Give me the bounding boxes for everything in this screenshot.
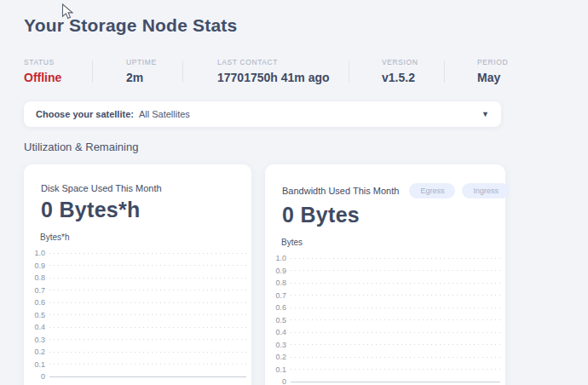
gridline <box>291 344 500 345</box>
chart-tick-row: 0.9 <box>272 265 500 278</box>
satellite-selector-value: All Satellites <box>139 109 190 119</box>
status-cell-status: STATUS Offline <box>0 58 92 85</box>
satellite-selector-dropdown[interactable]: Choose your satellite: All Satellites ▼ <box>24 101 501 127</box>
disk-y-axis-label: Bytes*h <box>40 233 251 242</box>
page-title: Your Storage Node Stats <box>24 15 588 36</box>
gridline <box>291 270 500 271</box>
disk-card-title: Disk Space Used This Month <box>41 183 162 193</box>
chart-tick-row: 0.6 <box>272 302 500 314</box>
bandwidth-y-axis-label: Bytes <box>281 238 505 247</box>
gridline <box>291 307 500 308</box>
chart-tick-row: 0.1 <box>31 359 246 371</box>
chart-tick-row: 0.5 <box>272 314 500 327</box>
gridline <box>291 258 500 259</box>
section-heading-utilization: Utilization & Remaining <box>24 141 588 153</box>
status-cell-period: PERIOD May <box>444 58 588 85</box>
gridline <box>291 319 500 320</box>
chart-tick-row: 0.8 <box>31 272 246 284</box>
y-tick-label: 0.6 <box>31 298 45 307</box>
y-tick-label: 0.2 <box>31 348 45 356</box>
y-tick-label: 1.0 <box>272 254 286 262</box>
y-tick-label: 0.1 <box>31 360 45 369</box>
mouse-cursor-icon <box>61 3 73 20</box>
disk-total-value: 0 Bytes*h <box>41 198 251 222</box>
status-bar: STATUS Offline UPTIME 2m LAST CONTACT 17… <box>0 58 588 85</box>
chart-tick-row: 0.2 <box>272 351 500 364</box>
gridline <box>49 352 246 353</box>
status-label: STATUS <box>24 58 92 66</box>
gridline <box>49 314 246 315</box>
y-tick-label: 0.1 <box>272 365 286 374</box>
chart-tick-row: 0.4 <box>272 326 500 339</box>
gridline <box>49 278 246 279</box>
y-tick-label: 0.4 <box>31 323 45 331</box>
bandwidth-card-badges: EgressIngress <box>409 183 510 198</box>
chart-tick-row: 0.4 <box>31 321 246 334</box>
y-tick-label: 0.6 <box>272 303 286 312</box>
gridline <box>49 364 246 365</box>
bandwidth-card: Bandwidth Used This Month EgressIngress … <box>265 164 505 385</box>
y-tick-label: 0.4 <box>272 328 286 336</box>
gridline <box>291 295 500 296</box>
satellite-selector-label: Choose your satellite: <box>36 109 134 119</box>
bandwidth-card-title: Bandwidth Used This Month <box>282 186 399 196</box>
y-tick-label: 0.8 <box>272 279 286 287</box>
chart-tick-row: 0.3 <box>31 334 246 347</box>
period-value: May <box>477 71 588 84</box>
y-tick-label: 0.9 <box>31 261 45 270</box>
chart-tick-row: 1.0 <box>31 247 246 260</box>
y-tick-label: 0.3 <box>272 341 286 349</box>
chevron-down-icon: ▼ <box>481 111 489 118</box>
y-tick-label: 0.7 <box>272 291 286 300</box>
y-tick-label: 1.0 <box>31 249 45 257</box>
chart-tick-row: 0.6 <box>31 296 246 309</box>
y-tick-label: 0.7 <box>31 286 45 295</box>
disk-chart: 1.00.90.80.70.60.50.40.30.20.10 MAY 1MAY… <box>31 247 246 385</box>
chart-grid: 1.00.90.80.70.60.50.40.30.20.10 <box>31 247 246 383</box>
gridline <box>49 339 246 340</box>
chart-tick-row: 0 <box>272 376 500 385</box>
uptime-value: 2m <box>126 71 182 84</box>
status-cell-version: VERSION v1.5.2 <box>349 58 444 85</box>
egress-filter-badge[interactable]: Egress <box>409 183 455 198</box>
chart-tick-row: 0.8 <box>272 277 500 290</box>
gridline <box>49 376 246 377</box>
y-tick-label: 0 <box>272 377 286 385</box>
gridline <box>49 290 246 290</box>
status-cell-last-contact: LAST CONTACT 17701750h 41m ago <box>182 58 349 85</box>
chart-tick-row: 0.9 <box>31 260 246 273</box>
y-tick-label: 0.8 <box>31 273 45 282</box>
bandwidth-chart: 1.00.90.80.70.60.50.40.30.20.10 MAY 1MAY… <box>272 252 500 385</box>
chart-tick-row: 0.3 <box>272 339 500 352</box>
gridline <box>49 265 246 266</box>
disk-space-card: Disk Space Used This Month 0 Bytes*h Byt… <box>24 164 251 385</box>
last-contact-label: LAST CONTACT <box>217 58 349 66</box>
version-label: VERSION <box>382 58 444 66</box>
chart-grid: 1.00.90.80.70.60.50.40.30.20.10 <box>272 252 500 385</box>
gridline <box>49 253 246 254</box>
y-tick-label: 0.2 <box>272 353 286 361</box>
chart-tick-row: 0.5 <box>31 309 246 322</box>
bandwidth-card-header: Bandwidth Used This Month EgressIngress <box>282 183 492 198</box>
last-contact-value: 17701750h 41m ago <box>217 71 349 84</box>
chart-tick-row: 0 <box>31 371 246 383</box>
chart-tick-row: 1.0 <box>272 252 500 265</box>
uptime-label: UPTIME <box>126 58 182 66</box>
gridline <box>291 332 500 333</box>
ingress-filter-badge[interactable]: Ingress <box>462 183 510 198</box>
version-value: v1.5.2 <box>382 71 444 84</box>
gridline <box>49 302 246 303</box>
bandwidth-total-value: 0 Bytes <box>282 203 505 227</box>
gridline <box>291 357 500 358</box>
period-label: PERIOD <box>477 58 588 66</box>
y-tick-label: 0.9 <box>272 267 286 275</box>
chart-tick-row: 0.1 <box>272 364 500 376</box>
status-value-offline: Offline <box>24 71 92 84</box>
chart-tick-row: 0.7 <box>272 290 500 302</box>
y-tick-label: 0.5 <box>272 316 286 325</box>
gridline <box>49 327 246 328</box>
y-tick-label: 0 <box>31 372 45 381</box>
y-tick-label: 0.3 <box>31 336 45 344</box>
chart-tick-row: 0.7 <box>31 284 246 297</box>
gridline <box>291 382 500 382</box>
